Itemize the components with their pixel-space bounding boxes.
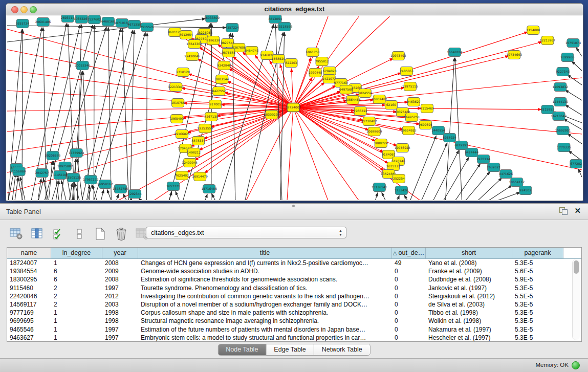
- show-columns-button[interactable]: [30, 227, 45, 240]
- close-panel-button[interactable]: ✕: [574, 206, 581, 215]
- cell-title[interactable]: Investigating the contribution of common…: [138, 292, 392, 300]
- cell-short[interactable]: Tibbo et al. (1998): [426, 309, 512, 317]
- column-header-name[interactable]: name: [7, 248, 51, 258]
- cell-title[interactable]: Disruption of a novel member of a sodium…: [138, 300, 392, 309]
- cell-name[interactable]: 22420046: [7, 292, 51, 300]
- select-all-rows-button[interactable]: [51, 227, 66, 240]
- table-row[interactable]: 977716911998Corpus callosum shape and si…: [7, 309, 581, 317]
- cell-pagerank[interactable]: 5.3E-5: [512, 284, 563, 292]
- cell-in_degree[interactable]: 1: [51, 325, 102, 334]
- cell-short[interactable]: Hescheler et al. (1997): [426, 334, 512, 342]
- cell-pagerank[interactable]: 5.3E-5: [512, 300, 563, 309]
- cell-name[interactable]: 14569117: [7, 300, 51, 309]
- cell-name[interactable]: 18300295: [7, 275, 51, 283]
- cell-year[interactable]: 2012: [102, 292, 138, 300]
- panel-resize-grip[interactable]: [292, 205, 295, 207]
- cell-title[interactable]: Corpus callosum shape and size in male p…: [138, 309, 392, 317]
- table-row[interactable]: 946362711997Embryonic stem cells: a mode…: [7, 334, 581, 342]
- cell-year[interactable]: 1998: [102, 317, 138, 325]
- table-row[interactable]: 969969511998Structural magnetic resonanc…: [7, 317, 581, 325]
- table-row[interactable]: 1872400712008Changes of HCN gene express…: [7, 259, 581, 267]
- cell-in_degree[interactable]: 2: [51, 284, 102, 292]
- cell-title[interactable]: Genome-wide association studies in ADHD.: [138, 267, 392, 275]
- column-header-in_degree[interactable]: in_degree: [51, 248, 102, 258]
- cell-out_de[interactable]: 0: [392, 284, 426, 292]
- column-header-title[interactable]: title: [138, 248, 392, 258]
- cell-pagerank[interactable]: 5.3E-5: [512, 325, 563, 334]
- cell-pagerank[interactable]: 5.6E-5: [512, 267, 563, 275]
- table-row[interactable]: 946554611997Estimation of the future num…: [7, 325, 581, 334]
- cell-out_de[interactable]: 0: [392, 309, 426, 317]
- cell-title[interactable]: Embryonic stem cells: a model to study s…: [138, 334, 392, 342]
- table-row[interactable]: 2242004622012Investigating the contribut…: [7, 292, 581, 300]
- cell-name[interactable]: 9699695: [7, 317, 51, 325]
- cell-in_degree[interactable]: 1: [51, 259, 102, 267]
- cell-out_de[interactable]: 0: [392, 325, 426, 334]
- cell-pagerank[interactable]: 5.3E-5: [512, 317, 563, 325]
- table-row[interactable]: 1456911722003Disruption of a novel membe…: [7, 300, 581, 309]
- cell-out_de[interactable]: 0: [392, 275, 426, 283]
- float-panel-button[interactable]: [559, 207, 568, 215]
- cell-year[interactable]: 1997: [102, 284, 138, 292]
- cell-short[interactable]: Yano et al. (2008): [426, 259, 512, 267]
- cell-short[interactable]: de Silva et al. (2003): [426, 300, 512, 309]
- delete-table-button[interactable]: [114, 227, 128, 240]
- cell-name[interactable]: 9777169: [7, 309, 51, 317]
- cell-year[interactable]: 1997: [102, 334, 138, 342]
- cell-pagerank[interactable]: 5.3E-5: [512, 259, 563, 267]
- cell-in_degree[interactable]: 2: [51, 300, 102, 309]
- new-table-button[interactable]: [93, 227, 107, 240]
- table-selector-dropdown[interactable]: citations_edges.txt ▲▼: [146, 227, 346, 238]
- column-header-short[interactable]: short: [426, 248, 512, 258]
- table-vertical-scrollbar[interactable]: [572, 259, 580, 340]
- cell-short[interactable]: Wolkin et al. (1998): [426, 317, 512, 325]
- cell-in_degree[interactable]: 6: [51, 267, 102, 275]
- cell-out_de[interactable]: 0: [392, 292, 426, 300]
- cell-name[interactable]: 18724007: [7, 259, 51, 267]
- cell-out_de[interactable]: 0: [392, 317, 426, 325]
- table-row[interactable]: 911546021997Tourette syndrome. Phenomeno…: [7, 284, 581, 292]
- cell-title[interactable]: Structural magnetic resonance image aver…: [138, 317, 392, 325]
- cell-pagerank[interactable]: 5.5E-5: [512, 292, 563, 300]
- scrollbar-thumb[interactable]: [574, 260, 579, 274]
- column-header-out_de[interactable]: △out_de…: [392, 248, 426, 258]
- cell-name[interactable]: 19384554: [7, 267, 51, 275]
- cell-title[interactable]: Estimation of the future numbers of pati…: [138, 325, 392, 334]
- cell-in_degree[interactable]: 1: [51, 317, 102, 325]
- cell-name[interactable]: 9465546: [7, 325, 51, 334]
- clear-selection-button[interactable]: [72, 227, 86, 240]
- tab-edge-table[interactable]: Edge Table: [266, 344, 314, 355]
- cell-year[interactable]: 2009: [102, 267, 138, 275]
- cell-name[interactable]: 9115460: [7, 284, 51, 292]
- cell-out_de[interactable]: 49: [392, 259, 426, 267]
- cell-year[interactable]: 1998: [102, 309, 138, 317]
- table-row[interactable]: 1830029562008Estimation of significance …: [7, 275, 581, 283]
- cell-year[interactable]: 2008: [102, 259, 138, 267]
- cell-title[interactable]: Estimation of significance thresholds fo…: [138, 275, 392, 283]
- table-row[interactable]: 1938455462009Genome-wide association stu…: [7, 267, 581, 275]
- cell-in_degree[interactable]: 1: [51, 309, 102, 317]
- cell-in_degree[interactable]: 6: [51, 275, 102, 283]
- cell-short[interactable]: Stergiakouli et al. (2012): [426, 292, 512, 300]
- cell-title[interactable]: Tourette syndrome. Phenomenology and cla…: [138, 284, 392, 292]
- cell-short[interactable]: Nakamura et al. (1997): [426, 325, 512, 334]
- cell-name[interactable]: 9463627: [7, 334, 51, 342]
- cell-out_de[interactable]: 0: [392, 300, 426, 309]
- cell-short[interactable]: Jankovic et al. (1997): [426, 284, 512, 292]
- cell-in_degree[interactable]: 1: [51, 334, 102, 342]
- cell-year[interactable]: 1997: [102, 325, 138, 334]
- cell-short[interactable]: Dudbridge et al. (2008): [426, 275, 512, 283]
- tab-network-table[interactable]: Network Table: [314, 344, 370, 355]
- cell-title[interactable]: Changes of HCN gene expression and I(f) …: [138, 259, 392, 267]
- cell-pagerank[interactable]: 5.9E-5: [512, 275, 563, 283]
- column-header-year[interactable]: year: [102, 248, 138, 258]
- cell-pagerank[interactable]: 5.3E-5: [512, 309, 563, 317]
- window-titlebar[interactable]: citations_edges.txt: [6, 4, 583, 15]
- cell-out_de[interactable]: 0: [392, 267, 426, 275]
- column-header-pagerank[interactable]: pagerank: [512, 248, 563, 258]
- cell-in_degree[interactable]: 2: [51, 292, 102, 300]
- table-settings-button[interactable]: [9, 227, 24, 240]
- cell-year[interactable]: 2003: [102, 300, 138, 309]
- cell-short[interactable]: Franke et al. (2009): [426, 267, 512, 275]
- network-view-canvas[interactable]: 1830029586011288912954182260589827503165…: [7, 15, 582, 200]
